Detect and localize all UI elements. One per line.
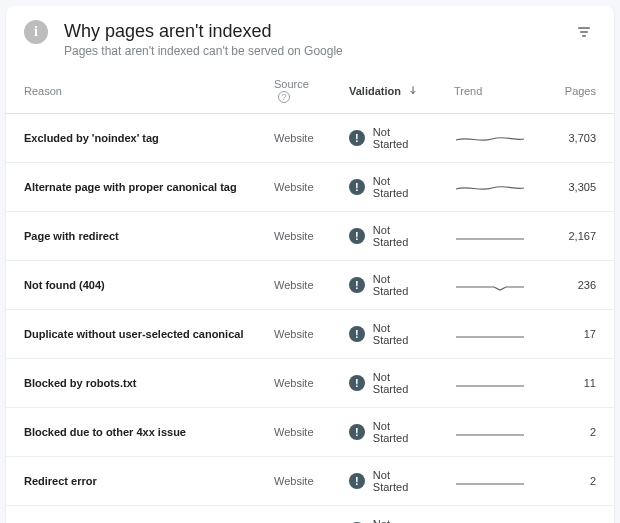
reason-cell: Blocked by robots.txt [6, 359, 256, 408]
trend-cell [436, 114, 534, 163]
info-icon: i [24, 20, 48, 44]
sort-desc-icon [408, 85, 418, 97]
trend-cell [436, 408, 534, 457]
col-reason[interactable]: Reason [6, 68, 256, 114]
table-header-row: Reason Source ? Validation Trend Pages [6, 68, 614, 114]
validation-status: Not Started [373, 273, 428, 297]
pages-cell: 2 [534, 457, 614, 506]
card-header: i Why pages aren't indexed Pages that ar… [6, 6, 614, 68]
validation-cell: !Not Started [331, 457, 436, 506]
trend-cell [436, 212, 534, 261]
source-cell: Website [256, 359, 331, 408]
validation-cell: !Not Started [331, 212, 436, 261]
reason-cell: Page with redirect [6, 212, 256, 261]
filter-button[interactable] [572, 20, 596, 44]
help-icon[interactable]: ? [278, 91, 290, 103]
reason-cell: Redirect error [6, 457, 256, 506]
table-row[interactable]: Page with redirectWebsite!Not Started2,1… [6, 212, 614, 261]
validation-cell: !Not Started [331, 261, 436, 310]
reasons-table: Reason Source ? Validation Trend Pages E… [6, 68, 614, 523]
table-row[interactable]: Blocked by robots.txtWebsite!Not Started… [6, 359, 614, 408]
card-title: Why pages aren't indexed [64, 20, 572, 42]
reason-cell: Duplicate without user-selected canonica… [6, 310, 256, 359]
table-row[interactable]: Excluded by 'noindex' tagWebsite!Not Sta… [6, 114, 614, 163]
card-subtitle: Pages that aren't indexed can't be serve… [64, 44, 572, 58]
indexing-reasons-card: i Why pages aren't indexed Pages that ar… [6, 6, 614, 523]
source-cell: Website [256, 212, 331, 261]
status-icon: ! [349, 375, 365, 391]
validation-cell: !Not Started [331, 163, 436, 212]
table-row[interactable]: Soft 404Website!Not Started2 [6, 506, 614, 524]
status-icon: ! [349, 326, 365, 342]
source-cell: Website [256, 310, 331, 359]
reason-cell: Excluded by 'noindex' tag [6, 114, 256, 163]
reason-cell: Soft 404 [6, 506, 256, 524]
status-icon: ! [349, 424, 365, 440]
trend-cell [436, 506, 534, 524]
validation-status: Not Started [373, 175, 428, 199]
pages-cell: 2 [534, 506, 614, 524]
table-row[interactable]: Redirect errorWebsite!Not Started2 [6, 457, 614, 506]
reason-cell: Blocked due to other 4xx issue [6, 408, 256, 457]
filter-icon [576, 24, 592, 40]
source-cell: Website [256, 408, 331, 457]
validation-status: Not Started [373, 420, 428, 444]
table-row[interactable]: Not found (404)Website!Not Started236 [6, 261, 614, 310]
col-source[interactable]: Source ? [256, 68, 331, 114]
table-row[interactable]: Alternate page with proper canonical tag… [6, 163, 614, 212]
source-cell: Website [256, 261, 331, 310]
validation-cell: !Not Started [331, 114, 436, 163]
table-row[interactable]: Blocked due to other 4xx issueWebsite!No… [6, 408, 614, 457]
pages-cell: 236 [534, 261, 614, 310]
status-icon: ! [349, 473, 365, 489]
trend-cell [436, 261, 534, 310]
pages-cell: 3,703 [534, 114, 614, 163]
validation-status: Not Started [373, 518, 428, 523]
validation-status: Not Started [373, 371, 428, 395]
source-cell: Website [256, 457, 331, 506]
status-icon: ! [349, 277, 365, 293]
validation-status: Not Started [373, 322, 428, 346]
source-cell: Website [256, 163, 331, 212]
col-trend[interactable]: Trend [436, 68, 534, 114]
table-row[interactable]: Duplicate without user-selected canonica… [6, 310, 614, 359]
validation-cell: !Not Started [331, 408, 436, 457]
pages-cell: 3,305 [534, 163, 614, 212]
reason-cell: Not found (404) [6, 261, 256, 310]
reason-cell: Alternate page with proper canonical tag [6, 163, 256, 212]
trend-cell [436, 163, 534, 212]
pages-cell: 2 [534, 408, 614, 457]
validation-status: Not Started [373, 126, 428, 150]
validation-cell: !Not Started [331, 506, 436, 524]
pages-cell: 11 [534, 359, 614, 408]
status-icon: ! [349, 130, 365, 146]
trend-cell [436, 457, 534, 506]
source-cell: Website [256, 114, 331, 163]
trend-cell [436, 310, 534, 359]
status-icon: ! [349, 179, 365, 195]
header-text: Why pages aren't indexed Pages that aren… [64, 20, 572, 58]
pages-cell: 17 [534, 310, 614, 359]
validation-status: Not Started [373, 469, 428, 493]
pages-cell: 2,167 [534, 212, 614, 261]
validation-cell: !Not Started [331, 359, 436, 408]
validation-status: Not Started [373, 224, 428, 248]
validation-cell: !Not Started [331, 310, 436, 359]
status-icon: ! [349, 228, 365, 244]
trend-cell [436, 359, 534, 408]
col-pages[interactable]: Pages [534, 68, 614, 114]
source-cell: Website [256, 506, 331, 524]
col-validation[interactable]: Validation [331, 68, 436, 114]
